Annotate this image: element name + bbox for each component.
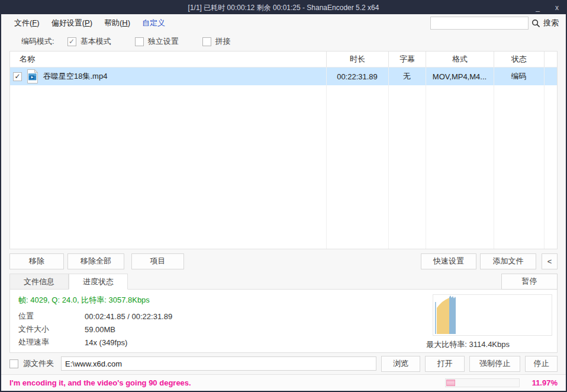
- mode-option-concat[interactable]: 拼接: [202, 36, 231, 47]
- browse-button[interactable]: 浏览: [381, 356, 420, 372]
- column-divider: [426, 68, 426, 249]
- open-button[interactable]: 打开: [425, 356, 465, 372]
- file-duration: 00:22:31.89: [326, 68, 388, 85]
- column-divider: [494, 68, 494, 249]
- window-controls: _ x: [532, 1, 562, 14]
- column-header-format[interactable]: 格式: [426, 52, 494, 67]
- mode-option-basic[interactable]: 基本模式: [67, 36, 111, 47]
- minimize-button[interactable]: _: [532, 4, 543, 12]
- menu-bar: 文件(F) 偏好设置(P) 帮助(H) 自定义 搜索: [1, 14, 566, 32]
- file-format: MOV,MP4,M4...: [426, 68, 494, 85]
- column-header-extra: [544, 52, 557, 67]
- status-bar: I'm encoding it, and the video's going 9…: [1, 374, 566, 391]
- concat-checkbox[interactable]: [202, 37, 211, 46]
- app-window: [1/1] 已耗时 00:00:12 剩余 00:01:25 - ShanaEn…: [0, 0, 567, 392]
- menu-file[interactable]: 文件(F): [8, 16, 46, 30]
- pause-button[interactable]: 暂停: [501, 274, 558, 290]
- close-button[interactable]: x: [552, 4, 562, 12]
- tab-file-info[interactable]: 文件信息: [9, 274, 69, 290]
- menu-custom[interactable]: 自定义: [136, 16, 171, 30]
- progress-panel: 帧: 4029, Q: 24.0, 比特率: 3057.8Kbps 位置 00:…: [9, 289, 558, 353]
- table-header: 名称 时长 字幕 格式 状态: [10, 52, 557, 68]
- file-table: 名称 时长 字幕 格式 状态 吞噬: [9, 51, 558, 249]
- encoding-mode-label: 编码模式:: [21, 36, 54, 47]
- title-bar[interactable]: [1/1] 已耗时 00:00:12 剩余 00:01:25 - ShanaEn…: [1, 1, 566, 14]
- info-row-speed: 处理速率 14x (349fps): [18, 336, 172, 349]
- info-row-filesize: 文件大小 59.00MB: [18, 323, 172, 336]
- mode-option-independent[interactable]: 独立设置: [135, 36, 179, 47]
- add-files-button[interactable]: 添加文件: [480, 253, 536, 269]
- column-divider: [544, 68, 545, 249]
- remove-all-button[interactable]: 移除全部: [67, 253, 124, 269]
- info-row-position: 位置 00:02:41.85 / 00:22:31.89: [18, 310, 172, 323]
- column-header-name[interactable]: 名称: [10, 52, 326, 67]
- collapse-button[interactable]: <: [542, 253, 558, 269]
- toolbar: 移除 移除全部 项目 快速设置 添加文件 <: [1, 249, 566, 273]
- stop-button[interactable]: 停止: [525, 356, 558, 372]
- search-input[interactable]: [430, 17, 529, 30]
- menu-help[interactable]: 帮助(H): [98, 16, 136, 30]
- search-icon[interactable]: [531, 19, 540, 28]
- table-row[interactable]: 吞噬星空18集.mp4 00:22:31.89 无 MOV,MP4,M4... …: [10, 68, 557, 85]
- tab-bar: 文件信息 进度状态 暂停: [1, 273, 566, 290]
- column-header-status[interactable]: 状态: [494, 52, 544, 67]
- independent-settings-checkbox[interactable]: [135, 37, 144, 46]
- column-divider: [326, 68, 327, 249]
- file-status: 编码: [494, 68, 544, 85]
- remove-button[interactable]: 移除: [9, 253, 64, 269]
- progress-info-rows: 位置 00:02:41.85 / 00:22:31.89 文件大小 59.00M…: [18, 310, 172, 349]
- force-stop-button[interactable]: 强制停止: [469, 356, 520, 372]
- row-checkbox[interactable]: [13, 72, 22, 81]
- file-subtitle: 无: [388, 68, 426, 85]
- file-name-cell: 吞噬星空18集.mp4: [10, 68, 326, 85]
- output-path-input[interactable]: [61, 356, 376, 371]
- video-file-icon: [27, 69, 38, 83]
- tab-progress-status[interactable]: 进度状态: [69, 274, 128, 290]
- project-button[interactable]: 项目: [131, 253, 184, 269]
- encode-progress-fill: [446, 380, 455, 386]
- progress-percent: 11.97%: [529, 378, 558, 387]
- max-bitrate-label: 最大比特率: 3114.4Kbps: [426, 339, 510, 350]
- bitrate-chart: [433, 294, 552, 336]
- source-folder-checkbox[interactable]: [9, 359, 18, 368]
- status-message: I'm encoding it, and the video's going 9…: [9, 378, 191, 387]
- column-header-duration[interactable]: 时长: [326, 52, 388, 67]
- source-folder-label: 源文件夹: [23, 358, 54, 369]
- file-name: 吞噬星空18集.mp4: [43, 71, 107, 82]
- column-divider: [388, 68, 389, 249]
- encode-stats-line: 帧: 4029, Q: 24.0, 比特率: 3057.8Kbps: [18, 295, 150, 306]
- quick-settings-button[interactable]: 快速设置: [421, 253, 476, 269]
- basic-mode-checkbox[interactable]: [67, 37, 76, 46]
- column-header-subtitle[interactable]: 字幕: [388, 52, 426, 67]
- window-title: [1/1] 已耗时 00:00:12 剩余 00:01:25 - ShanaEn…: [188, 3, 379, 13]
- search-area: 搜索: [430, 17, 559, 30]
- output-bar: 源文件夹 浏览 打开 强制停止 停止: [1, 353, 566, 374]
- encode-progress-bar: [445, 378, 520, 387]
- menu-preferences[interactable]: 偏好设置(P): [46, 16, 98, 30]
- search-button[interactable]: 搜索: [543, 18, 559, 28]
- encoding-mode-bar: 编码模式: 基本模式 独立设置 拼接: [1, 32, 566, 51]
